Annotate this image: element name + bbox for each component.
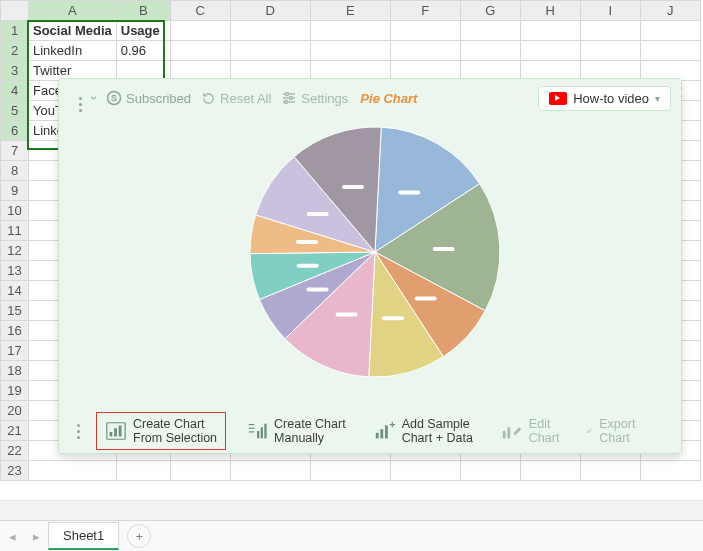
svg-point-7 xyxy=(285,101,288,104)
export-chart-button[interactable]: ExportChart xyxy=(579,413,643,450)
reset-all-button[interactable]: Reset All xyxy=(201,91,271,106)
settings-label: Settings xyxy=(301,91,348,106)
sample-data-icon xyxy=(374,420,396,442)
subscribed-button[interactable]: S Subscribed xyxy=(106,90,191,106)
svg-rect-33 xyxy=(503,431,506,438)
cmd-line2: From Selection xyxy=(133,431,217,445)
svg-rect-28 xyxy=(375,433,378,439)
cmd-line2: Chart + Data xyxy=(402,431,473,445)
cmd-line2: Chart xyxy=(529,431,560,445)
pie-chart-preview xyxy=(235,112,515,392)
tab-prev-icon[interactable]: ◂ xyxy=(0,529,24,544)
cmd-line1: Edit xyxy=(529,417,560,431)
svg-rect-30 xyxy=(385,426,388,439)
add-sample-button[interactable]: Add SampleChart + Data xyxy=(366,413,481,450)
panel-commands: Create ChartFrom Selection Create ChartM… xyxy=(69,409,681,453)
svg-text:S: S xyxy=(111,93,117,103)
create-chart-from-selection-button[interactable]: Create ChartFrom Selection xyxy=(96,412,226,451)
sheet-tab-strip: ◂ ▸ Sheet1 + xyxy=(0,520,703,551)
edit-icon xyxy=(501,420,523,442)
subscribed-label: Subscribed xyxy=(126,91,191,106)
cmd-line1: Create Chart xyxy=(274,417,346,431)
svg-rect-20 xyxy=(114,428,117,436)
tab-next-icon[interactable]: ▸ xyxy=(24,529,48,544)
cmd-line1: Add Sample xyxy=(402,417,473,431)
svg-rect-26 xyxy=(261,427,263,438)
chevron-down-icon: ▾ xyxy=(655,93,660,104)
cmd-line1: Create Chart xyxy=(133,417,217,431)
cmd-line2: Chart xyxy=(599,431,635,445)
svg-point-5 xyxy=(286,93,289,96)
spreadsheet-viewport: ABCDEFGHIJ1Social MediaUsage2LinkedIn0.9… xyxy=(0,0,703,551)
panel-title: Pie Chart xyxy=(360,91,417,106)
svg-point-6 xyxy=(290,97,293,100)
cmd-line2: Manually xyxy=(274,431,346,445)
svg-rect-21 xyxy=(119,426,122,437)
settings-button[interactable]: Settings xyxy=(281,90,348,106)
svg-rect-35 xyxy=(588,431,589,433)
edit-chart-button[interactable]: EditChart xyxy=(493,413,568,450)
svg-rect-34 xyxy=(507,427,510,438)
horizontal-scrollbar[interactable] xyxy=(0,500,703,521)
svg-rect-36 xyxy=(589,430,590,433)
export-icon xyxy=(587,420,593,442)
svg-rect-27 xyxy=(264,424,266,439)
svg-rect-29 xyxy=(380,429,383,438)
howto-video-button[interactable]: How-to video ▾ xyxy=(538,86,671,111)
reset-icon xyxy=(201,91,216,106)
svg-rect-19 xyxy=(110,432,113,437)
selection-chart-icon xyxy=(105,420,127,442)
back-chevron-icon[interactable]: › xyxy=(87,96,101,100)
reset-label: Reset All xyxy=(220,91,271,106)
create-chart-manually-button[interactable]: Create ChartManually xyxy=(238,413,354,450)
addin-panel: › S Subscribed Reset All Settings Pie Ch… xyxy=(58,78,682,454)
add-sheet-button[interactable]: + xyxy=(127,524,151,548)
command-drag-handle-icon[interactable] xyxy=(77,424,84,439)
manual-chart-icon xyxy=(246,420,268,442)
youtube-icon xyxy=(549,92,567,105)
cmd-line1: Export xyxy=(599,417,635,431)
howto-label: How-to video xyxy=(573,91,649,106)
drag-handle-icon[interactable] xyxy=(79,97,82,100)
sheet-tab[interactable]: Sheet1 xyxy=(48,522,119,550)
svg-rect-25 xyxy=(257,431,259,438)
subscribed-icon: S xyxy=(106,90,122,106)
sliders-icon xyxy=(281,90,297,106)
